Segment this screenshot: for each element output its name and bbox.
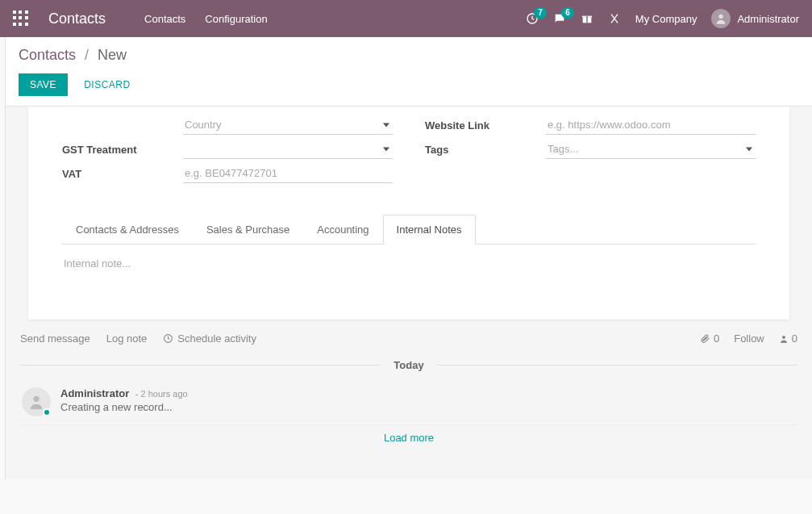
load-more-button[interactable]: Load more xyxy=(20,425,797,447)
tab-accounting[interactable]: Accounting xyxy=(303,215,382,244)
country-input[interactable] xyxy=(183,115,393,134)
message-text: Creating a new record... xyxy=(60,401,796,413)
form-card: GST Treatment VAT Website Link xyxy=(28,107,789,320)
tags-field[interactable] xyxy=(546,140,756,159)
message-row: Administrator - 2 hours ago Creating a n… xyxy=(20,381,797,425)
website-input[interactable] xyxy=(546,115,756,135)
today-divider: Today xyxy=(20,359,797,371)
discard-button[interactable]: DISCARD xyxy=(76,73,139,96)
chevron-down-icon[interactable] xyxy=(383,123,389,127)
gift-icon[interactable] xyxy=(581,12,593,25)
chevron-down-icon[interactable] xyxy=(746,147,752,151)
tab-internal-notes[interactable]: Internal Notes xyxy=(383,215,476,244)
tools-icon[interactable] xyxy=(608,12,621,25)
tab-sales[interactable]: Sales & Purchase xyxy=(193,215,303,244)
save-button[interactable]: SAVE xyxy=(19,73,68,96)
activities-badge: 7 xyxy=(534,7,547,19)
schedule-activity-label: Schedule activity xyxy=(177,332,256,345)
vat-input[interactable] xyxy=(183,164,393,183)
avatar-icon xyxy=(711,9,731,28)
schedule-activity-button[interactable]: Schedule activity xyxy=(163,332,256,345)
follow-button[interactable]: Follow xyxy=(734,332,764,345)
clock-icon xyxy=(163,333,173,344)
messages-badge: 6 xyxy=(561,7,574,19)
user-menu[interactable]: Administrator xyxy=(711,9,799,28)
message-author[interactable]: Administrator xyxy=(60,387,129,399)
breadcrumb: Contacts / New xyxy=(6,37,812,70)
tags-label: Tags xyxy=(425,144,546,156)
gst-input[interactable] xyxy=(183,140,393,158)
person-icon xyxy=(779,334,789,344)
topbar: Contacts Contacts Configuration 7 6 My C… xyxy=(0,0,812,37)
internal-note-input[interactable]: Internal note... xyxy=(64,257,754,270)
tags-input[interactable] xyxy=(546,140,756,158)
website-label: Website Link xyxy=(425,119,546,132)
tab-body-notes: Internal note... xyxy=(62,244,756,294)
breadcrumb-root[interactable]: Contacts xyxy=(19,47,76,63)
svg-point-6 xyxy=(782,336,785,339)
nav-contacts[interactable]: Contacts xyxy=(144,13,185,25)
messages-icon[interactable]: 6 xyxy=(553,12,566,25)
app-title: Contacts xyxy=(48,10,106,27)
country-field[interactable] xyxy=(183,115,393,135)
tabs: Contacts & Addresses Sales & Purchase Ac… xyxy=(62,215,756,244)
followers-count[interactable]: 0 xyxy=(779,332,797,345)
vat-label: VAT xyxy=(62,168,183,180)
svg-rect-3 xyxy=(586,16,587,23)
chatter: Send message Log note Schedule activity … xyxy=(14,320,804,447)
tab-contacts[interactable]: Contacts & Addresses xyxy=(62,215,193,244)
send-message-button[interactable]: Send message xyxy=(20,332,90,345)
avatar-icon xyxy=(22,387,51,416)
presence-dot-icon xyxy=(43,408,51,416)
user-name: Administrator xyxy=(737,13,799,25)
svg-point-7 xyxy=(33,396,39,402)
breadcrumb-sep: / xyxy=(85,47,89,63)
paperclip-icon xyxy=(700,333,710,344)
apps-icon[interactable] xyxy=(13,10,29,27)
nav-configuration[interactable]: Configuration xyxy=(205,13,267,25)
svg-point-4 xyxy=(719,15,723,19)
activities-icon[interactable]: 7 xyxy=(526,12,539,25)
breadcrumb-current: New xyxy=(98,47,127,63)
log-note-button[interactable]: Log note xyxy=(106,332,148,345)
company-selector[interactable]: My Company xyxy=(635,13,697,25)
message-time: - 2 hours ago xyxy=(135,389,188,399)
attachments-count[interactable]: 0 xyxy=(700,332,719,345)
chevron-down-icon[interactable] xyxy=(383,147,389,151)
gst-field[interactable] xyxy=(183,140,393,159)
gst-label: GST Treatment xyxy=(62,144,183,156)
